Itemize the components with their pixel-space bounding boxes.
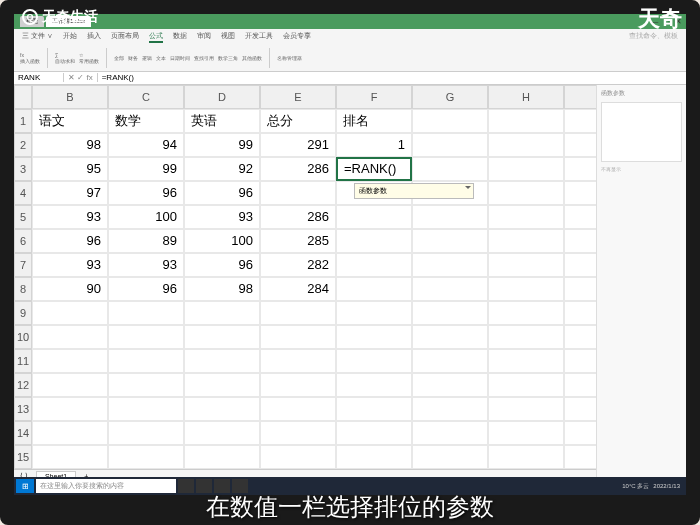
cell[interactable] <box>488 229 564 253</box>
cell[interactable]: 99 <box>184 133 260 157</box>
ribbon-tab-view[interactable]: 视图 <box>221 31 235 43</box>
tool-sum[interactable]: ∑自动求和 <box>55 52 75 64</box>
cell[interactable]: 284 <box>260 277 336 301</box>
cell[interactable] <box>488 253 564 277</box>
row-header[interactable]: 11 <box>14 349 32 373</box>
cell[interactable] <box>412 133 488 157</box>
cell[interactable] <box>564 205 596 229</box>
row-header[interactable]: 8 <box>14 277 32 301</box>
system-tray[interactable]: 10°C 多云 2022/1/13 <box>622 482 684 491</box>
row-header[interactable]: 13 <box>14 397 32 421</box>
cell[interactable]: 96 <box>32 229 108 253</box>
cell[interactable]: 98 <box>32 133 108 157</box>
cell[interactable]: 98 <box>184 277 260 301</box>
row-header[interactable]: 2 <box>14 133 32 157</box>
formula-input[interactable]: =RANK() <box>98 73 686 82</box>
row-header[interactable]: 3 <box>14 157 32 181</box>
col-header-D[interactable]: D <box>184 85 260 109</box>
col-header-B[interactable]: B <box>32 85 108 109</box>
cell[interactable] <box>564 181 596 205</box>
ribbon-tab-layout[interactable]: 页面布局 <box>111 31 139 43</box>
cell[interactable] <box>564 109 596 133</box>
fx-controls[interactable]: ✕ ✓ fx <box>64 73 98 82</box>
cell[interactable] <box>412 277 488 301</box>
col-header-H[interactable]: H <box>488 85 564 109</box>
cell[interactable] <box>412 253 488 277</box>
cell[interactable]: 语文 <box>32 109 108 133</box>
cell[interactable] <box>564 157 596 181</box>
ribbon-tab-formula[interactable]: 公式 <box>149 31 163 43</box>
cell[interactable] <box>412 205 488 229</box>
tool-lookup[interactable]: 查找引用 <box>194 55 214 61</box>
row-header[interactable]: 7 <box>14 253 32 277</box>
cell[interactable] <box>488 181 564 205</box>
cell[interactable]: 286 <box>260 157 336 181</box>
cell[interactable]: 285 <box>260 229 336 253</box>
tool-math[interactable]: 数学三角 <box>218 55 238 61</box>
row-header[interactable]: 6 <box>14 229 32 253</box>
cell[interactable]: 100 <box>184 229 260 253</box>
cell[interactable]: 95 <box>32 157 108 181</box>
ribbon-tab-dev[interactable]: 开发工具 <box>245 31 273 43</box>
cell[interactable]: 286 <box>260 205 336 229</box>
ribbon-tab-file[interactable]: 三 文件 ∨ <box>22 31 53 43</box>
spreadsheet-grid[interactable]: B C D E F G H I 1 语文 数学 英语 总分 排名 2 <box>14 85 596 469</box>
ribbon-tab-data[interactable]: 数据 <box>173 31 187 43</box>
task-icon[interactable] <box>178 479 194 493</box>
cell[interactable]: 291 <box>260 133 336 157</box>
row-header[interactable]: 1 <box>14 109 32 133</box>
col-header-I[interactable]: I <box>564 85 596 109</box>
tool-other[interactable]: 其他函数 <box>242 55 262 61</box>
tool-logic[interactable]: 逻辑 <box>142 55 152 61</box>
col-header-G[interactable]: G <box>412 85 488 109</box>
taskbar-search[interactable]: 在这里输入你要搜索的内容 <box>36 479 176 493</box>
tool-date[interactable]: 日期时间 <box>170 55 190 61</box>
cell[interactable]: 英语 <box>184 109 260 133</box>
cell[interactable] <box>412 109 488 133</box>
panel-hint[interactable]: 不再显示 <box>601 166 682 172</box>
function-tooltip[interactable]: 函数参数 <box>354 183 474 199</box>
tool-used[interactable]: ☆常用函数 <box>79 52 99 64</box>
tool-name[interactable]: 名称管理器 <box>277 55 302 61</box>
row-header[interactable]: 12 <box>14 373 32 397</box>
cell[interactable]: 99 <box>108 157 184 181</box>
cell[interactable]: 93 <box>32 253 108 277</box>
cell[interactable]: 94 <box>108 133 184 157</box>
cell[interactable]: 总分 <box>260 109 336 133</box>
active-cell[interactable]: =RANK() <box>336 157 412 181</box>
cell[interactable]: 93 <box>108 253 184 277</box>
cell[interactable] <box>488 133 564 157</box>
cell[interactable]: 92 <box>184 157 260 181</box>
row-header[interactable]: 5 <box>14 205 32 229</box>
name-box[interactable]: RANK <box>14 73 64 82</box>
tool-finance[interactable]: 财务 <box>128 55 138 61</box>
row-header[interactable]: 15 <box>14 445 32 469</box>
cell[interactable]: 排名 <box>336 109 412 133</box>
ribbon-tab-review[interactable]: 审阅 <box>197 31 211 43</box>
cell[interactable]: 97 <box>32 181 108 205</box>
cell[interactable] <box>488 277 564 301</box>
cell[interactable]: 100 <box>108 205 184 229</box>
ribbon-tab-home[interactable]: 开始 <box>63 31 77 43</box>
cell[interactable] <box>564 277 596 301</box>
cell[interactable] <box>336 253 412 277</box>
cell[interactable]: 96 <box>184 253 260 277</box>
cell[interactable] <box>564 253 596 277</box>
cell[interactable]: 96 <box>108 277 184 301</box>
cell[interactable]: 282 <box>260 253 336 277</box>
cell[interactable] <box>564 229 596 253</box>
col-header-E[interactable]: E <box>260 85 336 109</box>
row-header[interactable]: 4 <box>14 181 32 205</box>
cell[interactable] <box>336 229 412 253</box>
col-header-C[interactable]: C <box>108 85 184 109</box>
select-all-corner[interactable] <box>14 85 32 109</box>
cell[interactable]: 1 <box>336 133 412 157</box>
cell[interactable]: 90 <box>32 277 108 301</box>
cell[interactable]: 96 <box>108 181 184 205</box>
col-header-F[interactable]: F <box>336 85 412 109</box>
cell[interactable]: 89 <box>108 229 184 253</box>
ribbon-tab-insert[interactable]: 插入 <box>87 31 101 43</box>
tool-fx[interactable]: fx插入函数 <box>20 52 40 64</box>
row-header[interactable]: 14 <box>14 421 32 445</box>
start-button[interactable]: ⊞ <box>16 479 34 493</box>
